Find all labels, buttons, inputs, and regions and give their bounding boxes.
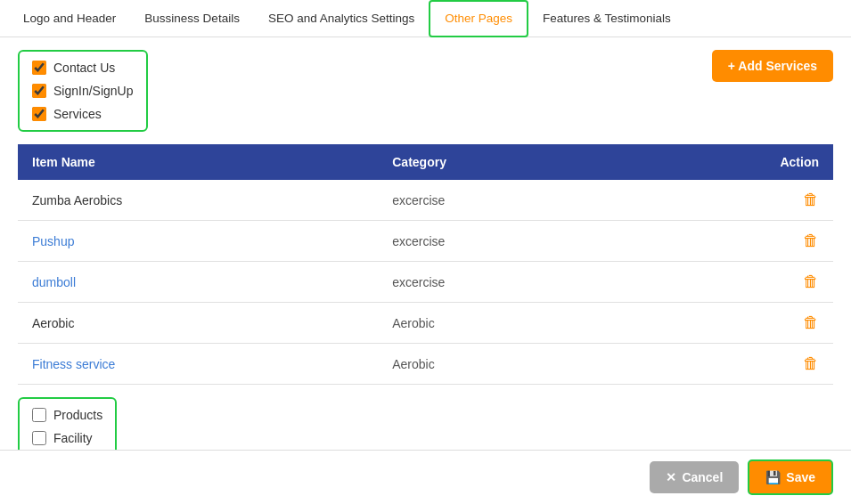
cell-action: 🗑	[629, 221, 833, 262]
checkbox-contact-us-label: Contact Us	[53, 61, 115, 75]
add-services-button[interactable]: + Add Services	[712, 50, 833, 82]
save-button[interactable]: 💾 Save	[748, 459, 833, 495]
tab-other-pages[interactable]: Other Pages	[429, 0, 528, 37]
table-header-row: Item Name Category Action	[18, 144, 833, 180]
bottom-checkbox-group: Products Facility	[18, 397, 117, 450]
page-container: Logo and Header Bussiness Details SEO an…	[0, 0, 851, 504]
col-item-name: Item Name	[18, 144, 378, 180]
table-row: dumbollexcercise🗑	[18, 262, 833, 303]
cell-category: excercise	[378, 221, 628, 262]
delete-icon[interactable]: 🗑	[803, 272, 819, 290]
cell-category: excercise	[378, 180, 628, 221]
checkbox-facility[interactable]: Facility	[32, 431, 102, 445]
checkbox-signin-signup-label: SignIn/SignUp	[53, 84, 134, 98]
table-row: Zumba Aerobicsexcercise🗑	[18, 180, 833, 221]
tab-seo-analytics[interactable]: SEO and Analytics Settings	[254, 0, 429, 37]
delete-icon[interactable]: 🗑	[803, 232, 819, 249]
top-checkbox-group: Contact Us SignIn/SignUp Services	[18, 50, 148, 132]
tab-business-details[interactable]: Bussiness Details	[130, 0, 254, 37]
cell-item-name: dumboll	[18, 262, 378, 303]
table-row: Fitness serviceAerobic🗑	[18, 344, 833, 385]
cell-item-name: Aerobic	[18, 303, 378, 344]
col-category: Category	[378, 144, 628, 180]
cancel-icon: ✕	[666, 470, 676, 484]
delete-icon[interactable]: 🗑	[803, 354, 819, 372]
cell-category: excercise	[378, 262, 628, 303]
tab-features-testimonials[interactable]: Features & Testimonials	[528, 0, 685, 37]
footer: ✕ Cancel 💾 Save	[0, 450, 851, 504]
table-row: Pushupexcercise🗑	[18, 221, 833, 262]
cell-action: 🗑	[629, 303, 833, 344]
cell-action: 🗑	[629, 344, 833, 385]
cell-category: Aerobic	[378, 303, 628, 344]
tab-logo-header[interactable]: Logo and Header	[9, 0, 130, 37]
checkbox-signin-signup-input[interactable]	[32, 84, 46, 98]
cancel-button[interactable]: ✕ Cancel	[650, 461, 739, 493]
checkbox-products-label: Products	[53, 408, 102, 422]
checkbox-facility-label: Facility	[53, 431, 93, 445]
tab-bar: Logo and Header Bussiness Details SEO an…	[0, 0, 851, 37]
checkbox-signin-signup[interactable]: SignIn/SignUp	[32, 84, 134, 98]
checkbox-facility-input[interactable]	[32, 431, 46, 445]
save-label: Save	[786, 470, 815, 484]
delete-icon[interactable]: 🗑	[803, 191, 819, 208]
cell-action: 🗑	[629, 180, 833, 221]
save-icon: 💾	[765, 470, 781, 484]
services-table: Item Name Category Action Zumba Aerobics…	[18, 144, 833, 385]
checkbox-services[interactable]: Services	[32, 107, 134, 121]
checkbox-products-input[interactable]	[32, 408, 46, 422]
checkbox-contact-us[interactable]: Contact Us	[32, 61, 134, 75]
cell-category: Aerobic	[378, 344, 628, 385]
checkbox-services-input[interactable]	[32, 107, 46, 121]
checkbox-contact-us-input[interactable]	[32, 61, 46, 75]
table-row: AerobicAerobic🗑	[18, 303, 833, 344]
delete-icon[interactable]: 🗑	[803, 313, 819, 331]
cancel-label: Cancel	[682, 470, 723, 484]
col-action: Action	[629, 144, 833, 180]
cell-item-name: Fitness service	[18, 344, 378, 385]
cell-action: 🗑	[629, 262, 833, 303]
checkbox-services-label: Services	[53, 107, 102, 121]
checkbox-products[interactable]: Products	[32, 408, 102, 422]
cell-item-name: Pushup	[18, 221, 378, 262]
cell-item-name: Zumba Aerobics	[18, 180, 378, 221]
main-content: Contact Us SignIn/SignUp Services + Add …	[0, 37, 851, 450]
